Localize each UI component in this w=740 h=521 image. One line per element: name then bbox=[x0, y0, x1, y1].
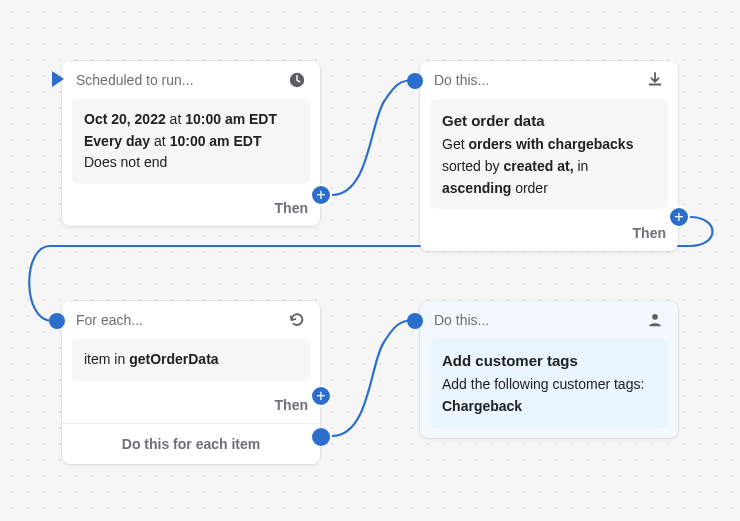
foreach-body: item in getOrderData bbox=[72, 339, 310, 381]
trigger-body: Oct 20, 2022 at 10:00 am EDT Every day a… bbox=[72, 99, 310, 184]
foreach-bottom: Do this for each item bbox=[62, 423, 320, 464]
connector-in-dot bbox=[407, 313, 423, 329]
refresh-icon bbox=[288, 311, 306, 329]
get-order-card[interactable]: Do this... Get order data Get orders wit… bbox=[420, 61, 678, 251]
add-tags-card[interactable]: Do this... Add customer tags Add the fol… bbox=[420, 301, 678, 438]
get-order-body: Get order data Get orders with chargebac… bbox=[430, 99, 668, 209]
foreach-footer: Then bbox=[275, 397, 308, 413]
trigger-header: Scheduled to run... bbox=[76, 72, 194, 88]
foreach-header: For each... bbox=[76, 312, 143, 328]
trigger-footer: Then bbox=[275, 200, 308, 216]
add-step-button[interactable]: + bbox=[668, 206, 690, 228]
foreach-card[interactable]: For each... item in getOrderData Then Do… bbox=[62, 301, 320, 464]
get-order-footer: Then bbox=[633, 225, 666, 241]
clock-icon bbox=[288, 71, 306, 89]
svg-point-1 bbox=[652, 314, 658, 320]
add-tags-body: Add customer tags Add the following cust… bbox=[430, 339, 668, 428]
trigger-card[interactable]: Scheduled to run... Oct 20, 2022 at 10:0… bbox=[62, 61, 320, 226]
download-icon bbox=[646, 71, 664, 89]
add-step-button[interactable]: + bbox=[310, 385, 332, 407]
connector-in-dot bbox=[49, 313, 65, 329]
person-icon bbox=[646, 311, 664, 329]
add-tags-header: Do this... bbox=[434, 312, 489, 328]
get-order-header: Do this... bbox=[434, 72, 489, 88]
add-step-button[interactable]: + bbox=[310, 184, 332, 206]
connector-out-dot bbox=[312, 428, 330, 446]
play-icon bbox=[50, 70, 66, 91]
connector-in-dot bbox=[407, 73, 423, 89]
